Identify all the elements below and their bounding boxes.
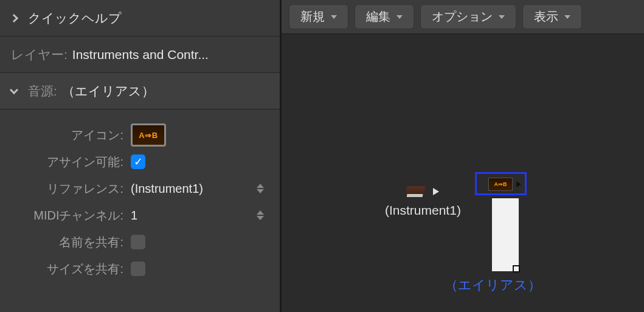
inspector-panel: クイックヘルプ レイヤー: Instruments and Contr... 音… bbox=[0, 0, 282, 312]
step-down-icon bbox=[257, 189, 264, 193]
alias-icon-button[interactable]: A⇒B bbox=[131, 123, 166, 147]
alias-selection-box: A⇒B bbox=[475, 172, 527, 195]
instrument-section-value: （エイリアス） bbox=[62, 83, 154, 100]
view-menu-button[interactable]: 表示 bbox=[522, 4, 582, 29]
icon-row: アイコン: A⇒B bbox=[0, 123, 280, 147]
share-name-label: 名前を共有: bbox=[0, 234, 131, 251]
share-size-checkbox[interactable] bbox=[131, 262, 145, 276]
chevron-down-icon bbox=[10, 85, 18, 94]
environment-canvas[interactable]: (Instrument1) A⇒B （エイリアス） bbox=[282, 34, 644, 312]
alias-node[interactable]: A⇒B bbox=[475, 172, 527, 195]
midi-channel-stepper[interactable] bbox=[257, 210, 264, 220]
share-name-checkbox[interactable] bbox=[131, 235, 145, 249]
chevron-right-icon bbox=[10, 13, 18, 22]
alias-node-label: （エイリアス） bbox=[445, 276, 541, 294]
chevron-down-icon bbox=[396, 15, 403, 19]
reference-row: リファレンス: (Instrument1) bbox=[0, 176, 280, 201]
icon-label: アイコン: bbox=[0, 127, 131, 144]
step-down-icon bbox=[257, 216, 264, 220]
quick-help-title: クイックヘルプ bbox=[28, 10, 122, 27]
alias-stem[interactable] bbox=[492, 198, 519, 271]
assignable-checkbox[interactable]: ✓ bbox=[131, 154, 145, 169]
edit-label: 編集 bbox=[366, 9, 390, 25]
reference-label: リファレンス: bbox=[0, 181, 131, 197]
assignable-label: アサイン可能: bbox=[0, 154, 131, 170]
reference-value[interactable]: (Instrument1) bbox=[131, 182, 203, 196]
option-label: オプション bbox=[432, 9, 493, 25]
chevron-down-icon bbox=[331, 15, 337, 19]
synth-icon bbox=[406, 186, 426, 197]
midi-channel-value[interactable]: 1 bbox=[131, 209, 137, 223]
output-port-icon[interactable] bbox=[433, 188, 439, 195]
assignable-row: アサイン可能: ✓ bbox=[0, 150, 280, 174]
layer-value: Instruments and Contr... bbox=[72, 47, 209, 62]
instrument-section-label: 音源: bbox=[28, 83, 57, 100]
share-size-row: サイズを共有: bbox=[0, 257, 280, 281]
option-menu-button[interactable]: オプション bbox=[420, 4, 516, 29]
new-menu-button[interactable]: 新規 bbox=[289, 4, 348, 29]
instrument-node[interactable]: (Instrument1) bbox=[385, 186, 461, 218]
quick-help-header[interactable]: クイックヘルプ bbox=[0, 0, 280, 36]
share-name-row: 名前を共有: bbox=[0, 230, 280, 254]
resize-handle[interactable] bbox=[513, 265, 520, 272]
chevron-down-icon bbox=[564, 15, 570, 19]
alias-icon: A⇒B bbox=[488, 178, 513, 191]
layer-row[interactable]: レイヤー: Instruments and Contr... bbox=[0, 36, 280, 73]
edit-menu-button[interactable]: 編集 bbox=[355, 4, 414, 29]
new-label: 新規 bbox=[300, 9, 325, 25]
midi-channel-row: MIDIチャンネル: 1 bbox=[0, 203, 280, 227]
step-up-icon bbox=[257, 184, 264, 188]
view-label: 表示 bbox=[534, 9, 558, 25]
step-up-icon bbox=[257, 210, 264, 215]
midi-channel-label: MIDIチャンネル: bbox=[0, 207, 131, 224]
instrument-section-header[interactable]: 音源: （エイリアス） bbox=[0, 73, 280, 109]
reference-stepper[interactable] bbox=[257, 184, 264, 193]
environment-panel: 新規 編集 オプション 表示 (Instrument1) A⇒ bbox=[282, 0, 644, 312]
share-size-label: サイズを共有: bbox=[0, 261, 131, 277]
environment-toolbar: 新規 編集 オプション 表示 bbox=[282, 0, 644, 34]
property-list: アイコン: A⇒B アサイン可能: ✓ リファレンス: (Instrument1… bbox=[0, 109, 280, 281]
alias-output-port-icon[interactable] bbox=[516, 181, 521, 187]
checkmark-icon: ✓ bbox=[134, 156, 143, 167]
chevron-down-icon bbox=[499, 15, 505, 19]
layer-label: レイヤー: bbox=[11, 46, 68, 63]
instrument-node-label: (Instrument1) bbox=[385, 203, 461, 218]
